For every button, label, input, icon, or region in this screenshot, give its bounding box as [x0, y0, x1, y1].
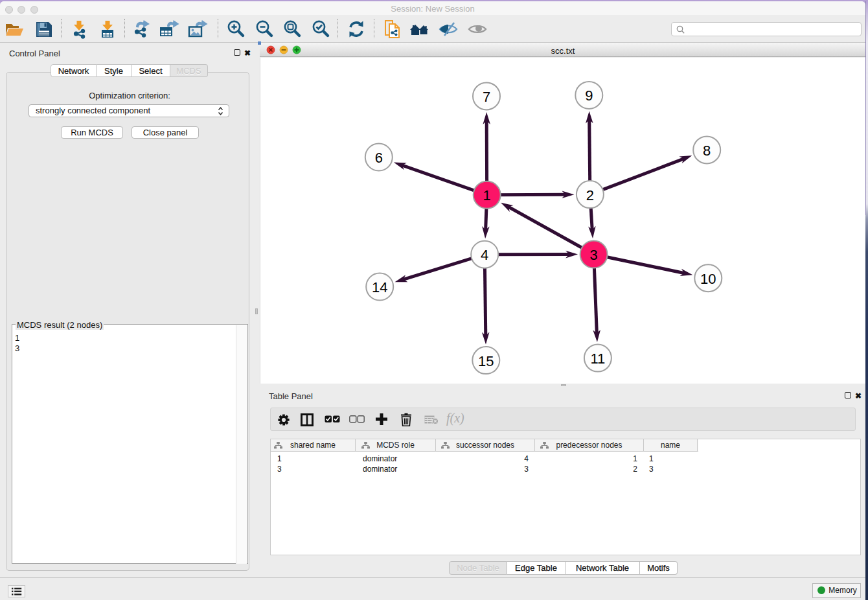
svg-text:6: 6 [375, 150, 383, 166]
svg-text:4: 4 [481, 247, 488, 263]
svg-text:14: 14 [372, 279, 387, 295]
svg-text:8: 8 [703, 143, 711, 159]
svg-text:10: 10 [700, 271, 716, 287]
svg-text:15: 15 [478, 353, 494, 369]
svg-text:2: 2 [586, 187, 594, 203]
svg-text:11: 11 [590, 351, 605, 367]
svg-text:7: 7 [483, 89, 490, 105]
svg-text:1: 1 [483, 187, 491, 203]
svg-text:9: 9 [585, 87, 593, 104]
svg-text:3: 3 [589, 247, 597, 263]
